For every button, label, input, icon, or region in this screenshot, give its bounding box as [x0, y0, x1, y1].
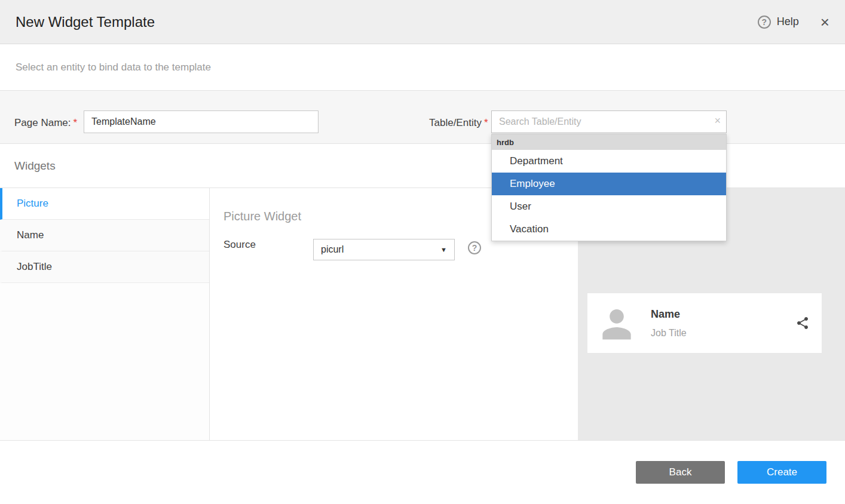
widgets-title: Widgets: [14, 159, 56, 173]
close-icon[interactable]: ×: [820, 14, 829, 30]
sidebar-item-jobtitle[interactable]: JobTitle: [0, 251, 209, 283]
subtitle-text: Select an entity to bind data to the tem…: [16, 62, 211, 73]
page-name-input[interactable]: [84, 110, 319, 133]
footer-bar: Back Create: [0, 440, 845, 504]
page-title: New Widget Template: [16, 14, 155, 30]
preview-name: Name: [651, 308, 687, 321]
new-widget-template-dialog: New Widget Template ? Help × Select an e…: [0, 0, 845, 504]
dropdown-item-vacation[interactable]: Vacation: [492, 218, 726, 241]
sidebar-item-picture[interactable]: Picture: [0, 188, 209, 220]
share-icon: [795, 316, 810, 330]
page-name-label-text: Page Name:: [14, 117, 71, 128]
dropdown-item-user[interactable]: User: [492, 195, 726, 218]
header-actions: ? Help ×: [758, 14, 829, 30]
help-icon[interactable]: ?: [758, 16, 771, 29]
preview-job-title: Job Title: [651, 328, 687, 339]
widgets-sidebar: Picture Name JobTitle: [0, 188, 210, 440]
back-button[interactable]: Back: [636, 461, 725, 484]
required-marker: *: [484, 117, 488, 128]
avatar-icon: [597, 302, 636, 344]
entity-dropdown: hrdb Department Employee User Vacation: [491, 134, 727, 241]
source-select[interactable]: picurl ▼: [313, 239, 455, 260]
table-entity-search-wrap: ×: [491, 110, 727, 133]
dropdown-group-header: hrdb: [492, 134, 726, 150]
source-select-value: picurl: [321, 244, 344, 255]
help-link[interactable]: Help: [777, 16, 799, 28]
create-button[interactable]: Create: [737, 461, 826, 484]
preview-card-text: Name Job Title: [651, 308, 687, 339]
header-bar: New Widget Template ? Help ×: [0, 0, 845, 44]
chevron-down-icon: ▼: [440, 246, 447, 253]
picture-widget-title: Picture Widget: [224, 210, 301, 223]
source-help-icon[interactable]: ?: [468, 241, 481, 254]
table-entity-label: Table/Entity*: [429, 117, 488, 129]
source-label: Source: [224, 239, 256, 251]
page-name-label: Page Name:*: [14, 117, 77, 129]
subtitle-row: Select an entity to bind data to the tem…: [0, 44, 845, 91]
dropdown-item-employee[interactable]: Employee: [492, 173, 726, 195]
required-marker: *: [74, 117, 78, 128]
clear-icon[interactable]: ×: [714, 115, 721, 126]
table-entity-search-input[interactable]: [491, 110, 727, 133]
preview-card: Name Job Title: [587, 293, 822, 353]
sidebar-item-name[interactable]: Name: [0, 220, 209, 251]
table-entity-label-text: Table/Entity: [429, 117, 482, 128]
dropdown-item-department[interactable]: Department: [492, 150, 726, 173]
